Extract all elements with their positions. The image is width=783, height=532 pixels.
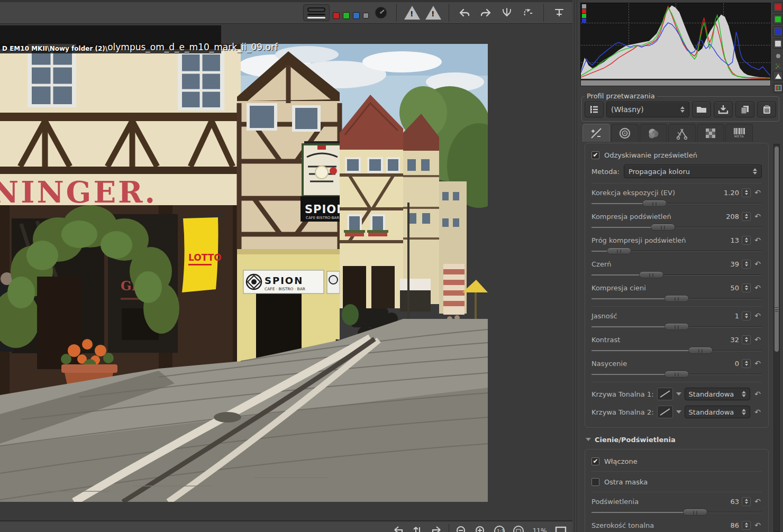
reset-icon[interactable]: ↶ [753, 498, 762, 505]
slider-thumb[interactable] [642, 200, 667, 207]
reset-icon[interactable]: ↶ [753, 284, 762, 291]
highlight-reconstruction-row[interactable]: ✔ Odzyskiwanie prześwietleń [591, 149, 762, 161]
green-toggle-icon[interactable] [773, 14, 783, 24]
copy-profile-icon[interactable] [735, 102, 754, 117]
histogram-mode-dot-icon[interactable] [776, 54, 780, 58]
reset-icon[interactable]: ↶ [753, 189, 762, 196]
pin-tool-icon[interactable] [550, 5, 568, 21]
spinner[interactable] [742, 521, 751, 530]
slider-track[interactable] [591, 509, 762, 516]
slider-track[interactable] [591, 224, 762, 231]
tab-metadata[interactable]: META [725, 124, 753, 142]
profile-combo[interactable]: (Własny) [606, 102, 689, 117]
tool-panel-scrollbar[interactable] [773, 144, 780, 532]
red-toggle-icon[interactable] [773, 2, 783, 12]
fill-mode-toggle-icon[interactable] [585, 102, 604, 117]
slider-thumb[interactable] [664, 295, 689, 302]
editor-panels-toggle-icon[interactable] [303, 4, 330, 21]
crop-frame-icon[interactable] [554, 524, 568, 532]
reset-icon[interactable]: ↶ [753, 213, 762, 220]
redo-icon[interactable] [477, 5, 495, 21]
zoom-100-icon[interactable]: 1:1 [493, 524, 506, 532]
swap-images-icon[interactable] [411, 524, 424, 532]
method-combo[interactable]: Propagacja koloru [624, 164, 762, 178]
spinner[interactable] [742, 335, 751, 344]
tab-transform[interactable] [668, 124, 696, 142]
slider-track[interactable] [591, 295, 762, 302]
curve-dropdown-icon[interactable] [676, 392, 681, 396]
checkbox[interactable]: ✔ [591, 151, 599, 159]
curve-type-button[interactable] [657, 388, 673, 400]
raw-indicator-icon[interactable] [773, 71, 783, 81]
curve-type-button[interactable] [657, 406, 673, 418]
undo-icon[interactable] [456, 5, 474, 21]
histogram-drag-handle[interactable] [582, 4, 586, 23]
tab-color[interactable] [640, 124, 667, 142]
luminosity-channel-icon[interactable] [363, 13, 369, 19]
snapshot-icon[interactable] [498, 5, 516, 21]
reset-icon[interactable]: ↶ [753, 390, 762, 398]
slider-track[interactable] [591, 371, 762, 378]
prev-image-icon[interactable] [392, 524, 405, 532]
slider-thumb[interactable] [664, 371, 689, 378]
chromaticity-toggle-icon[interactable] [776, 63, 781, 69]
shadow-clipping-warning-icon[interactable]: ! [424, 5, 442, 21]
enabled-row[interactable]: ✔ Włączone [591, 455, 762, 467]
slider-thumb[interactable] [651, 224, 675, 231]
spinner[interactable] [742, 283, 751, 292]
slider-track[interactable] [591, 271, 762, 278]
checkbox[interactable] [591, 478, 599, 486]
spinner[interactable] [742, 260, 751, 269]
zoom-out-icon[interactable] [454, 524, 468, 532]
reset-icon[interactable]: ↶ [753, 312, 762, 319]
slider-thumb[interactable] [664, 323, 689, 330]
slider-thumb[interactable] [683, 509, 707, 516]
sharp-mask-row[interactable]: Ostra maska [591, 475, 762, 488]
reset-icon[interactable]: ↶ [753, 336, 762, 343]
save-profile-icon[interactable] [714, 102, 733, 117]
red-channel-icon[interactable] [333, 12, 340, 19]
reset-icon[interactable]: ↶ [753, 236, 762, 244]
spinner[interactable] [742, 359, 751, 368]
slider-track[interactable] [591, 200, 762, 207]
blue-toggle-icon[interactable] [773, 26, 783, 36]
next-image-icon[interactable] [430, 524, 443, 532]
load-profile-icon[interactable] [692, 102, 711, 117]
before-after-view-icon[interactable] [519, 5, 537, 21]
slider-track[interactable] [591, 247, 762, 254]
slider-track[interactable] [591, 347, 762, 354]
shadows-highlights-header[interactable]: Cienie/Podświetlenia [586, 434, 769, 445]
reset-icon[interactable]: ↶ [753, 521, 762, 529]
spinner[interactable] [742, 212, 751, 221]
reset-icon[interactable]: ↶ [753, 260, 762, 268]
spinner[interactable] [742, 497, 751, 506]
tab-detail[interactable] [611, 124, 639, 142]
curve-dropdown-icon[interactable] [676, 410, 681, 414]
reset-icon[interactable]: ↶ [753, 360, 762, 367]
zoom-fit-icon[interactable] [512, 524, 525, 532]
blue-channel-icon[interactable] [353, 12, 360, 19]
image-canvas[interactable]: NINGER. GER. [0, 26, 572, 520]
paste-profile-icon[interactable] [757, 102, 776, 117]
photo-preview[interactable]: NINGER. GER. [0, 44, 488, 502]
bar-mode-icon[interactable] [773, 83, 783, 93]
slider-thumb[interactable] [607, 247, 631, 254]
luminosity-toggle-icon[interactable] [773, 39, 783, 49]
zoom-in-icon[interactable] [474, 524, 487, 532]
slider-thumb[interactable] [639, 271, 663, 278]
focus-mask-icon[interactable] [372, 5, 390, 21]
reset-icon[interactable]: ↶ [753, 408, 762, 416]
spinner[interactable] [742, 188, 751, 197]
histogram[interactable] [580, 3, 771, 79]
highlight-clipping-warning-icon[interactable]: ! [403, 5, 421, 21]
curve-mode-combo[interactable]: Standardowa [685, 406, 750, 418]
tab-exposure[interactable] [582, 124, 610, 142]
curve-mode-combo[interactable]: Standardowa [685, 388, 750, 400]
green-channel-icon[interactable] [343, 12, 350, 19]
spinner[interactable] [742, 236, 751, 245]
slider-track[interactable] [591, 323, 762, 330]
tab-raw[interactable] [697, 124, 724, 142]
slider-thumb[interactable] [688, 347, 713, 354]
panel-splitter[interactable] [572, 0, 579, 532]
spinner[interactable] [742, 311, 751, 320]
